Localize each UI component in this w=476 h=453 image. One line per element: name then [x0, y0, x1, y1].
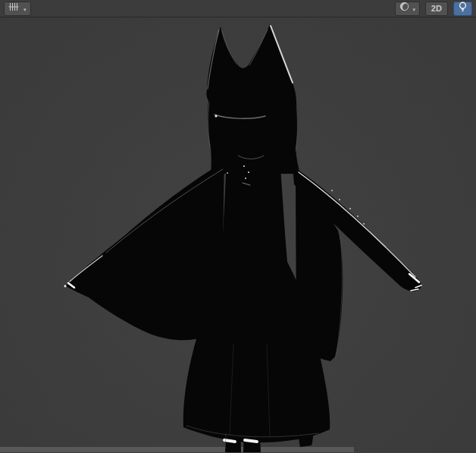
sphere-icon [399, 2, 409, 15]
lightbulb-icon [458, 2, 468, 16]
viewport-3d[interactable] [0, 17, 476, 452]
chevron-down-icon: ▾ [412, 7, 415, 12]
shading-mode-dropdown[interactable]: ▾ [395, 2, 420, 16]
toggle-lighting-button[interactable] [453, 2, 472, 16]
toggle-2d-button[interactable]: 2D [425, 2, 448, 16]
stripes-icon [8, 2, 20, 15]
draw-mode-dropdown[interactable]: ▾ [4, 2, 31, 16]
viewport-toolbar: ▾ ▾ 2D [0, 0, 476, 17]
chevron-down-icon: ▾ [23, 7, 27, 12]
character-model[interactable] [0, 17, 476, 452]
